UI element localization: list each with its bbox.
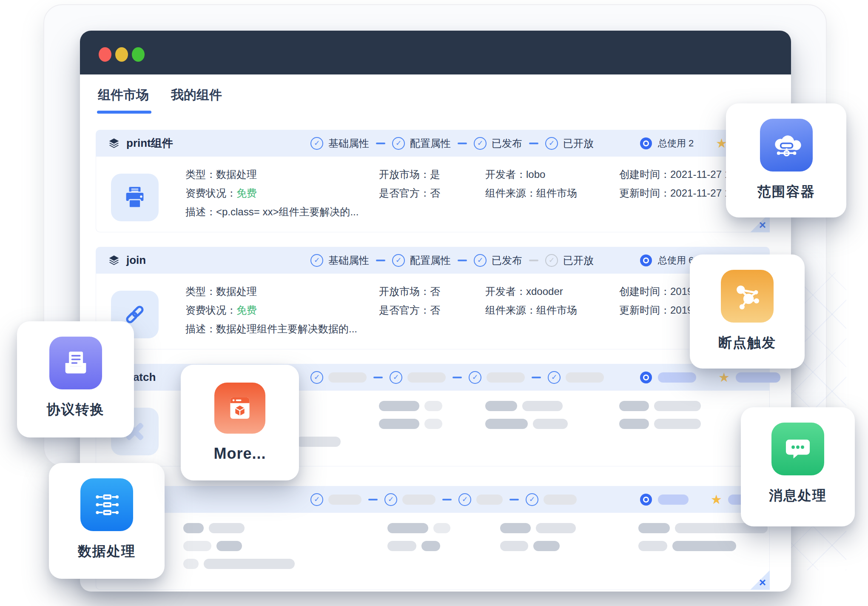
field-open-market: 开放市场：否 (379, 285, 440, 298)
float-card-data-process[interactable]: 数据处理 (49, 463, 165, 579)
tab-bar: 组件市场 我的组件 (98, 86, 222, 104)
page: 组件市场 我的组件 print组件 ✓基础属性 ✓配置属性 ✓已发布 ✓已开放 (0, 0, 868, 606)
skeleton-pill (183, 541, 211, 551)
float-card-protocol-convert[interactable]: 协议转换 (17, 321, 134, 437)
check-icon: ✓ (392, 254, 405, 267)
field-official: 是否官方：否 (379, 303, 440, 317)
component-card-join[interactable]: join ✓基础属性 ✓配置属性 ✓已发布 ✓已开放 总使用 6 ★ 总评 (96, 247, 770, 349)
skeleton-pill (654, 419, 701, 429)
skeleton-pill (402, 495, 435, 505)
skeleton-pill (216, 541, 242, 551)
step-separator (458, 260, 467, 261)
skeleton-pill (379, 419, 419, 429)
step-separator (368, 499, 378, 500)
float-card-more[interactable]: More... (181, 365, 299, 480)
float-card-label: 断点触发 (718, 334, 776, 352)
check-icon: ✓ (310, 254, 323, 267)
skeleton-pill (209, 523, 245, 533)
field-official: 是否官方：否 (379, 186, 440, 200)
cloud-network-icon (760, 119, 813, 172)
field-fee: 资费状况：免费 (185, 303, 257, 317)
skeleton-pill (522, 401, 563, 411)
float-card-range-container[interactable]: 范围容器 (726, 103, 846, 217)
usage-icon (640, 137, 652, 149)
field-created: 创建时间：2021-11-27 11:2 (619, 168, 744, 181)
component-card-skeleton[interactable]: ✓ ✓ ✓ ✓ ★ (96, 486, 770, 590)
step-separator (532, 377, 541, 378)
skeleton-pill (379, 401, 419, 411)
skeleton-pill (533, 419, 568, 429)
skeleton-pill (566, 372, 604, 383)
step-separator (529, 260, 538, 261)
float-card-breakpoint-trigger[interactable]: 断点触发 (690, 254, 805, 369)
check-icon: ✓ (384, 493, 397, 506)
card-header: print组件 ✓基础属性 ✓配置属性 ✓已发布 ✓已开放 总使用 2 ★ 总评 (96, 130, 770, 157)
close-icon[interactable]: × (759, 219, 766, 231)
card-body: × (96, 513, 770, 590)
skeleton-pill (476, 495, 503, 505)
field-type: 类型：数据处理 (185, 168, 257, 181)
chat-bubble-icon (771, 423, 824, 475)
step-separator (373, 377, 383, 378)
skeleton-pill (500, 541, 528, 551)
usage-count: 总使用 6 (658, 254, 694, 267)
check-icon-pending: ✓ (545, 254, 558, 267)
tab-component-market[interactable]: 组件市场 (98, 86, 149, 104)
check-icon: ✓ (458, 493, 471, 506)
close-dot-icon[interactable] (99, 47, 111, 62)
skeleton-pill (424, 401, 442, 411)
window-titlebar (80, 31, 791, 74)
skeleton-pill (183, 523, 204, 533)
field-desc: 描述：数据处理组件主要解决数据的... (185, 322, 357, 336)
check-icon: ✓ (545, 137, 558, 150)
field-source: 组件来源：组件市场 (485, 303, 577, 317)
check-icon: ✓ (526, 493, 538, 506)
step-separator (458, 143, 467, 144)
step-separator (376, 260, 385, 261)
check-icon: ✓ (310, 137, 323, 150)
maximize-dot-icon[interactable] (132, 47, 145, 62)
status-steps-skeleton: ✓ ✓ ✓ ✓ (310, 364, 604, 391)
card-header: ✓ ✓ ✓ ✓ ★ (96, 486, 770, 513)
minimize-dot-icon[interactable] (115, 47, 128, 62)
skeleton-pill (619, 419, 649, 429)
skeleton-pill (485, 401, 517, 411)
tab-my-components[interactable]: 我的组件 (171, 86, 222, 104)
skeleton-pill (658, 495, 689, 505)
check-icon: ✓ (548, 371, 561, 384)
active-tab-indicator (97, 111, 151, 114)
check-icon: ✓ (392, 137, 405, 150)
float-card-label: 消息处理 (769, 486, 827, 505)
check-icon: ✓ (310, 493, 323, 506)
step-separator (452, 377, 462, 378)
skeleton-pill (328, 372, 367, 383)
skeleton-pill (638, 523, 670, 533)
float-card-message-process[interactable]: 消息处理 (741, 407, 855, 526)
printer-icon (111, 174, 159, 221)
skeleton-pill (500, 523, 531, 533)
layers-icon (108, 137, 120, 150)
check-icon: ✓ (474, 254, 487, 267)
close-icon[interactable]: × (759, 577, 766, 589)
data-nodes-icon (80, 478, 133, 531)
step-separator (529, 143, 538, 144)
component-card-print[interactable]: print组件 ✓基础属性 ✓配置属性 ✓已发布 ✓已开放 总使用 2 ★ 总评 (96, 130, 770, 232)
skeleton-pill (485, 419, 528, 429)
float-card-label: More... (213, 445, 266, 463)
skeleton-pill (183, 559, 199, 569)
float-card-label: 数据处理 (78, 542, 136, 561)
skeleton-pill (296, 437, 341, 447)
skeleton-pill (433, 523, 450, 533)
skeleton-pill (654, 401, 701, 411)
card-title: join (126, 254, 146, 267)
inbox-document-icon (49, 337, 102, 389)
skeleton-pill (658, 372, 696, 383)
card-title: print组件 (126, 136, 173, 151)
skeleton-pill (387, 523, 428, 533)
skeleton-pill (328, 495, 361, 505)
field-open-market: 开放市场：是 (379, 168, 440, 181)
check-icon: ✓ (390, 371, 402, 384)
skeleton-pill (424, 419, 442, 429)
usage-icon (640, 372, 652, 383)
skeleton-pill (421, 541, 440, 551)
